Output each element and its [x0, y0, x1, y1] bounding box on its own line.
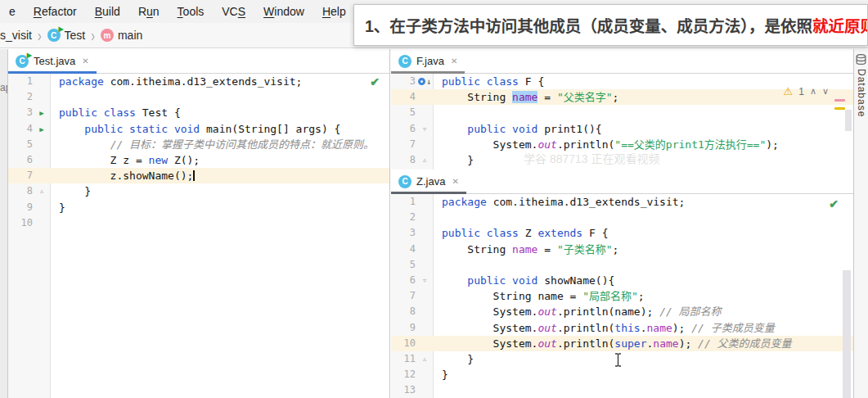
inspection-ok-icon[interactable]: ✔: [829, 197, 839, 210]
stripe-mark-typo[interactable]: [834, 99, 845, 102]
code-line[interactable]: 6 Z z = new Z();: [8, 152, 389, 168]
code-line[interactable]: 7 z.showName();: [8, 168, 389, 183]
code-line[interactable]: 5: [391, 257, 853, 273]
breadcrumb-label: main: [118, 29, 142, 42]
menu-item[interactable]: Help: [313, 5, 355, 18]
gutter-cell: [416, 210, 434, 225]
code-line[interactable]: 4▶ public static void main(String[] args…: [8, 121, 389, 137]
code-line[interactable]: 3▶public class Test {: [8, 105, 389, 120]
inspections-widget[interactable]: ⚠1 ∧ ∨: [784, 85, 829, 97]
menu-item[interactable]: e: [0, 5, 25, 18]
code-line[interactable]: 2: [8, 89, 389, 105]
chevron-right-icon: ›: [91, 26, 95, 44]
fold-marker-icon[interactable]: ▵: [39, 186, 45, 197]
line-number: 4: [391, 242, 416, 257]
tab-f-java[interactable]: C F.java ✕: [391, 49, 465, 73]
close-icon[interactable]: ✕: [82, 57, 88, 66]
editor-z-java: C Z.java ✕ 1package com.itheima.d13_exte…: [391, 170, 853, 398]
gutter-cell: [416, 194, 434, 210]
menu-item[interactable]: VCS: [213, 5, 254, 18]
menu-item[interactable]: Window: [254, 5, 313, 18]
line-number: 11: [391, 351, 416, 367]
close-icon[interactable]: ✕: [451, 57, 457, 66]
menu-item[interactable]: Refactor: [25, 5, 86, 18]
code-line[interactable]: 4 String name = "子类名称";: [391, 242, 853, 257]
breadcrumb-item[interactable]: s_visit: [0, 29, 32, 42]
code-line[interactable]: 5: [391, 105, 853, 120]
code-line[interactable]: 10 System.out.println(super.name); // 父类…: [391, 336, 853, 351]
code-text: public class F {: [434, 74, 544, 89]
code-line[interactable]: 8▵ }: [8, 183, 389, 199]
close-icon[interactable]: ✕: [452, 177, 458, 186]
method-icon: m: [101, 29, 114, 42]
code-line[interactable]: 2: [391, 210, 853, 225]
code-line[interactable]: 13: [391, 382, 853, 398]
gutter-cell: [416, 257, 434, 273]
code-text: Z z = new Z();: [51, 152, 200, 168]
database-icon[interactable]: [856, 54, 866, 65]
gutter-cell: ▿: [416, 121, 434, 137]
code-text: // 目标：掌握子类中访问其他成员的特点：就近原则。: [51, 137, 374, 152]
code-line[interactable]: 1package com.itheima.d13_extends_visit;: [8, 74, 389, 89]
code-text: System.out.println(super.name); // 父类的成员…: [434, 336, 792, 351]
line-number: 5: [391, 257, 416, 273]
run-overlay-icon: ▶: [58, 25, 63, 33]
gutter-cell: [33, 168, 51, 183]
menu-item[interactable]: Tools: [169, 5, 214, 18]
menu-item[interactable]: Run: [129, 5, 169, 18]
line-number: 6: [8, 152, 33, 168]
code-line[interactable]: 1package com.itheima.d13_extends_visit;: [391, 194, 853, 210]
fold-marker-icon[interactable]: ▵: [422, 155, 428, 165]
subclassed-marker-icon[interactable]: ↓: [418, 74, 431, 89]
code-line[interactable]: 9}: [8, 200, 389, 215]
breadcrumb-item[interactable]: mmain: [101, 29, 142, 42]
code-line[interactable]: 6▿ public void print1(){: [391, 121, 853, 137]
code-text: }: [434, 351, 474, 367]
code-text: [434, 382, 442, 398]
code-line[interactable]: 5 // 目标：掌握子类中访问其他成员的特点：就近原则。: [8, 137, 389, 152]
run-overlay-icon: ▶: [27, 52, 32, 59]
fold-marker-icon[interactable]: ▵: [422, 354, 428, 364]
tabbar-f: C F.java ✕: [391, 49, 853, 74]
gutter-cell: ▵: [33, 183, 51, 199]
code-text: String name = "父类名字";: [434, 89, 618, 105]
code-line[interactable]: 9 System.out.println(this.name); // 子类成员…: [391, 320, 853, 336]
line-number: 5: [8, 137, 33, 152]
menu-item[interactable]: Build: [86, 5, 129, 18]
menu-items: eRefactorBuildRunToolsVCSWindowHelp: [0, 5, 355, 18]
database-tool-button[interactable]: Database: [856, 69, 867, 117]
tabbar-z: C Z.java ✕: [391, 170, 853, 194]
code-text: String name = "局部名称";: [434, 288, 645, 304]
breadcrumb-item[interactable]: C▶Test: [47, 29, 86, 42]
code-text: [434, 257, 442, 273]
tab-z-java[interactable]: C Z.java ✕: [391, 170, 466, 193]
code-line[interactable]: 12}: [391, 367, 853, 382]
stripe-mark-warning[interactable]: [834, 107, 845, 110]
scrollbar-thumb[interactable]: [845, 110, 852, 131]
tab-test-java[interactable]: C▶ Test.java ✕: [8, 49, 97, 73]
code-line[interactable]: 3public class Z extends F {: [391, 225, 853, 241]
run-icon[interactable]: ▶: [39, 109, 43, 117]
editor-test-java: C▶ Test.java ✕ 1package com.itheima.d13_…: [8, 49, 390, 398]
inspection-ok-icon[interactable]: ✔: [370, 75, 380, 88]
gutter-cell: [416, 89, 434, 105]
code-line[interactable]: 8 System.out.println(name); // 局部名称: [391, 304, 853, 319]
code-area-test[interactable]: 1package com.itheima.d13_extends_visit;2…: [8, 74, 389, 398]
code-text: package com.itheima.d13_extends_visit;: [434, 194, 685, 210]
project-panel-edge[interactable]: ap: [0, 49, 8, 398]
prev-problem-icon[interactable]: ∧: [810, 86, 816, 97]
code-line[interactable]: 6▿ public void showName(){: [391, 273, 853, 288]
line-number: 6: [391, 121, 416, 137]
code-line[interactable]: 7 String name = "局部名称";: [391, 288, 853, 304]
ibeam-cursor: [614, 353, 623, 367]
fold-marker-icon[interactable]: ▿: [422, 124, 428, 134]
next-problem-icon[interactable]: ∨: [822, 86, 829, 97]
line-number: 1: [391, 194, 416, 210]
fold-marker-icon[interactable]: ▿: [422, 275, 428, 286]
code-text: System.out.println(name); // 局部名称: [434, 304, 722, 319]
project-panel-fragment: ap: [0, 82, 8, 93]
code-line[interactable]: 10: [8, 215, 389, 231]
run-icon[interactable]: ▶: [39, 125, 43, 133]
code-area-z[interactable]: 1package com.itheima.d13_extends_visit;2…: [391, 194, 853, 398]
scrollbar-thumb[interactable]: [843, 270, 851, 398]
